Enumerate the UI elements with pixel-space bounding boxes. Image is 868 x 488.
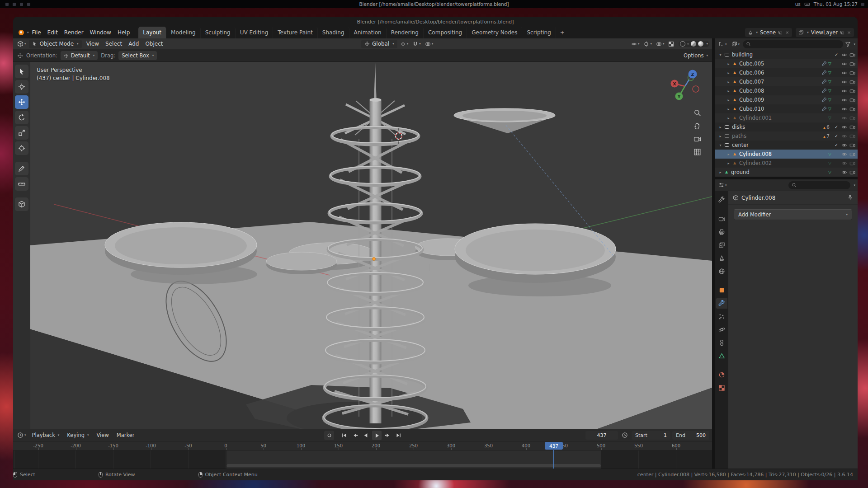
outliner-editor-type-button[interactable]: ▾ — [717, 41, 728, 47]
app-menu-item[interactable]: Render — [61, 28, 87, 37]
tab-modifiers[interactable] — [716, 298, 727, 309]
expand-arrow[interactable]: ▸ — [717, 170, 723, 174]
tab-physics[interactable] — [716, 324, 727, 335]
hide-eye-icon[interactable] — [841, 106, 847, 112]
next-keyframe-button[interactable] — [383, 431, 392, 440]
marker-menu[interactable]: Marker — [113, 431, 138, 439]
disable-render-camera-icon[interactable] — [849, 88, 855, 94]
hide-eye-icon[interactable] — [841, 52, 847, 58]
collection-checkbox[interactable]: ✓ — [834, 143, 839, 147]
properties-editor-type-button[interactable]: ▾ — [717, 182, 728, 188]
hide-eye-icon[interactable] — [841, 160, 847, 166]
disable-render-camera-icon[interactable] — [849, 133, 855, 139]
scene-selector[interactable]: ▾ Scene — [745, 28, 793, 37]
outliner-row[interactable]: ▸ Cylinder.002 ▽ ✓ — [715, 159, 858, 168]
new-view-layer-icon[interactable] — [840, 30, 844, 35]
expand-arrow[interactable]: ▸ — [726, 80, 731, 84]
expand-arrow[interactable]: ▸ — [717, 134, 723, 138]
move-tool[interactable] — [15, 95, 28, 109]
workspace-tab[interactable]: Modeling — [166, 27, 201, 38]
outliner-row[interactable]: ▸ Cube.010 ▽ ✓ — [715, 104, 858, 113]
hide-eye-icon[interactable] — [841, 61, 847, 67]
outliner-row[interactable]: ▸ Cube.005 ▽ ✓ — [715, 59, 858, 68]
measure-tool[interactable] — [15, 177, 28, 191]
viewport-menu-item[interactable]: View — [83, 40, 102, 48]
tab-view-layer[interactable] — [716, 240, 727, 250]
tab-output[interactable] — [716, 227, 727, 237]
outliner-row[interactable]: ▸ Cube.007 ▽ ✓ — [715, 77, 858, 86]
outliner-row[interactable]: ▸ Cylinder.001 ▽ ✓ — [715, 113, 858, 122]
keying-menu[interactable]: Keying▾ — [64, 431, 92, 439]
expand-arrow[interactable]: ▾ — [717, 53, 723, 57]
tab-particles[interactable] — [716, 311, 727, 322]
tab-texture[interactable] — [716, 383, 727, 393]
wireframe-shading-button[interactable] — [680, 41, 685, 47]
object-visibility-dropdown[interactable]: ▾ — [630, 41, 641, 47]
collection-checkbox[interactable]: ✓ — [834, 52, 839, 57]
playhead-frame-badge[interactable]: 437 — [545, 442, 563, 450]
outliner-row[interactable]: ▸ disks 6 ▽ ✓ — [715, 122, 858, 131]
pan-hand-icon[interactable] — [693, 122, 701, 130]
new-scene-icon[interactable] — [778, 30, 783, 35]
timeline-view-menu[interactable]: View — [94, 431, 112, 439]
outliner-row[interactable]: ▸ Cylinder.008 ▽ ✓ — [715, 150, 858, 159]
hide-eye-icon[interactable] — [841, 70, 847, 76]
disable-render-camera-icon[interactable] — [849, 142, 855, 148]
show-gizmo-toggle[interactable]: ▾ — [642, 41, 653, 47]
window-titlebar[interactable]: Blender [/home/amalie/Desktop/blender/to… — [13, 17, 858, 27]
expand-arrow[interactable]: ▸ — [726, 62, 731, 66]
timeline-editor-type-button[interactable]: ▾ — [16, 432, 28, 438]
zoom-icon[interactable] — [693, 109, 701, 117]
xray-toggle[interactable] — [667, 41, 675, 47]
outliner-display-mode-dropdown[interactable]: ▾ — [730, 41, 741, 47]
timeline-ruler[interactable]: -250-200-150-100-50050100150200250300350… — [13, 441, 712, 450]
view-layer-selector[interactable]: ▾ ViewLayer — [796, 28, 854, 37]
workspace-tab[interactable]: Geometry Nodes — [467, 27, 522, 38]
app-menu-item[interactable]: Edit — [44, 28, 61, 37]
pivot-point-dropdown[interactable]: ▾ — [399, 41, 410, 47]
solid-shading-button[interactable] — [687, 43, 689, 45]
outliner-row[interactable]: ▸ ground ▽ ✓ — [715, 168, 858, 177]
disable-render-camera-icon[interactable] — [849, 97, 855, 103]
3d-viewport-canvas[interactable]: User Perspective (437) center | Cylinder… — [13, 62, 712, 429]
expand-arrow[interactable]: ▸ — [717, 125, 723, 129]
hide-eye-icon[interactable] — [841, 79, 847, 85]
options-dropdown[interactable]: Options ▾ — [684, 52, 708, 59]
viewport-menu-item[interactable]: Add — [125, 40, 142, 48]
ortho-toggle-icon[interactable] — [693, 148, 701, 156]
annotate-tool[interactable] — [15, 162, 28, 175]
transform-orientation-dropdown[interactable]: Global ▾ — [361, 40, 397, 48]
frame-start-field[interactable]: Start1 — [632, 431, 670, 440]
app-menu-item[interactable]: Help — [114, 28, 133, 37]
outliner-row[interactable]: ▸ Cube.008 ▽ ✓ — [715, 86, 858, 95]
pin-icon[interactable] — [847, 195, 853, 201]
transform-tool[interactable] — [15, 141, 28, 155]
power-icon[interactable] — [861, 3, 864, 6]
prev-keyframe-button[interactable] — [350, 431, 360, 440]
material-preview-shading-button[interactable] — [691, 41, 696, 47]
rendered-shading-button[interactable] — [698, 41, 703, 47]
workspace-tab[interactable]: Shading — [318, 27, 349, 38]
disable-render-camera-icon[interactable] — [849, 61, 855, 67]
outliner-row[interactable]: ▾ center ▽ ✓ — [715, 141, 858, 150]
unlink-scene-icon[interactable] — [785, 30, 789, 35]
tab-object-data[interactable] — [716, 351, 727, 361]
outliner-row[interactable]: ▸ paths 7 ▽ ✓ — [715, 131, 858, 141]
playhead-line[interactable] — [553, 450, 554, 469]
workspace-tab[interactable]: UV Editing — [236, 27, 274, 38]
timeline-track[interactable] — [13, 450, 712, 469]
show-overlays-toggle[interactable]: ▾ — [655, 41, 666, 47]
editor-type-button[interactable]: ▾ — [16, 41, 28, 47]
workspace-tab[interactable]: Scripting — [522, 27, 556, 38]
tab-world[interactable] — [716, 266, 727, 277]
proportional-editing-toggle[interactable]: ▾ — [424, 41, 435, 47]
outliner-row[interactable]: ▾ building ▽ ✓ — [715, 50, 858, 59]
cursor-tool[interactable] — [15, 80, 28, 94]
snapping-toggle[interactable]: ▾ — [411, 41, 422, 47]
viewport-menu-item[interactable]: Object — [142, 40, 166, 48]
rotate-tool[interactable] — [15, 111, 28, 124]
auto-key-record-button[interactable] — [324, 431, 334, 440]
disable-render-camera-icon[interactable] — [849, 160, 855, 166]
mode-dropdown[interactable]: Object Mode ▾ — [29, 40, 82, 48]
workspace-tab[interactable]: Layout — [138, 27, 166, 38]
